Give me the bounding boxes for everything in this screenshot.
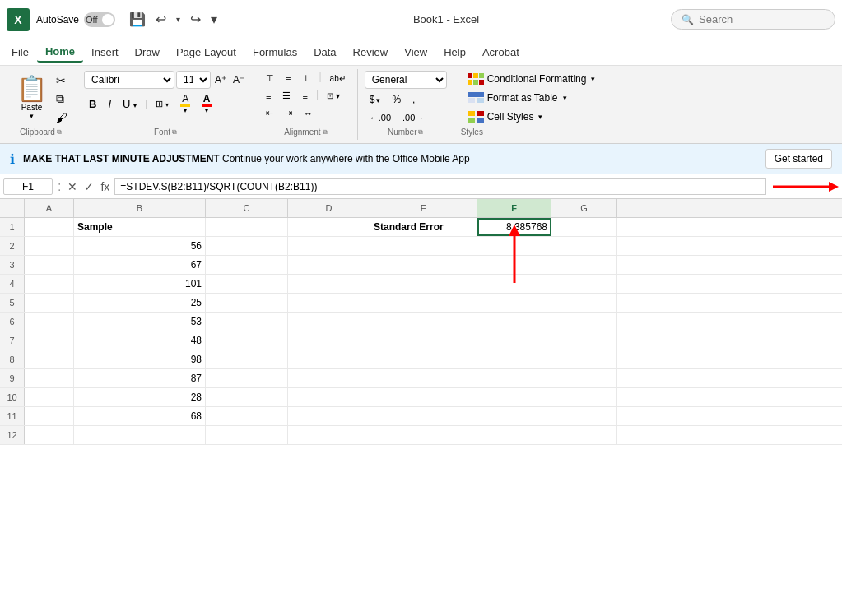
font-color-button[interactable]: A ▾: [197, 90, 216, 117]
cell-c3[interactable]: [206, 256, 288, 274]
cell-d10[interactable]: [288, 388, 370, 406]
cell-f7[interactable]: [477, 331, 551, 350]
menu-formulas[interactable]: Formulas: [244, 43, 305, 62]
menu-review[interactable]: Review: [345, 43, 397, 62]
cell-a6[interactable]: [25, 313, 74, 331]
cell-g2[interactable]: [551, 237, 617, 255]
cancel-formula-icon[interactable]: ✕: [66, 178, 79, 195]
paste-dropdown-icon[interactable]: ▾: [30, 112, 34, 120]
bold-button[interactable]: B: [84, 95, 101, 113]
cut-icon[interactable]: ✂: [53, 72, 70, 89]
cell-d6[interactable]: [288, 313, 370, 331]
row-num-11[interactable]: 11: [0, 407, 25, 425]
align-middle-button[interactable]: ≡: [281, 71, 295, 86]
italic-button[interactable]: I: [103, 95, 116, 113]
cell-c6[interactable]: [206, 313, 288, 331]
cell-b4[interactable]: 101: [74, 275, 206, 293]
underline-button[interactable]: U ▾: [118, 95, 142, 113]
copy-icon[interactable]: ⧉: [53, 90, 70, 108]
row-num-9[interactable]: 9: [0, 369, 25, 387]
cell-b7[interactable]: 48: [74, 331, 206, 350]
cell-a11[interactable]: [25, 407, 74, 425]
col-header-c[interactable]: C: [206, 199, 288, 217]
menu-draw[interactable]: Draw: [127, 43, 168, 62]
cell-d7[interactable]: [288, 331, 370, 350]
cell-b10[interactable]: 28: [74, 388, 206, 406]
cell-g12[interactable]: [551, 426, 617, 444]
col-header-g[interactable]: G: [551, 199, 617, 217]
cell-e8[interactable]: [370, 350, 477, 368]
cell-e12[interactable]: [370, 426, 477, 444]
row-num-10[interactable]: 10: [0, 388, 25, 406]
confirm-formula-icon[interactable]: ✓: [82, 178, 95, 195]
menu-data[interactable]: Data: [305, 43, 344, 62]
cell-reference-box[interactable]: [3, 178, 53, 195]
cell-a9[interactable]: [25, 369, 74, 387]
cell-d4[interactable]: [288, 275, 370, 293]
cell-d8[interactable]: [288, 350, 370, 368]
cell-f3[interactable]: [477, 256, 551, 274]
decrease-indent-button[interactable]: ⇤: [261, 105, 278, 121]
cell-c2[interactable]: [206, 237, 288, 255]
row-num-1[interactable]: 1: [0, 218, 25, 236]
cell-e1[interactable]: Standard Error: [370, 218, 477, 236]
cell-c1[interactable]: [206, 218, 288, 236]
col-header-d[interactable]: D: [288, 199, 370, 217]
cell-c5[interactable]: [206, 294, 288, 312]
menu-file[interactable]: File: [3, 43, 37, 62]
cell-e2[interactable]: [370, 237, 477, 255]
cell-c8[interactable]: [206, 350, 288, 368]
font-face-select[interactable]: Calibri: [84, 71, 174, 89]
cell-styles-button[interactable]: Cell Styles ▾: [461, 109, 602, 125]
number-expand-icon[interactable]: ⧉: [418, 128, 423, 137]
cell-f6[interactable]: [477, 313, 551, 331]
more-commands-icon[interactable]: ▾: [207, 8, 221, 30]
font-expand-icon[interactable]: ⧉: [172, 128, 177, 137]
cell-c9[interactable]: [206, 369, 288, 387]
cell-g8[interactable]: [551, 350, 617, 368]
font-grow-button[interactable]: A⁺: [212, 72, 229, 87]
col-header-e[interactable]: E: [370, 199, 477, 217]
cell-c11[interactable]: [206, 407, 288, 425]
row-num-3[interactable]: 3: [0, 256, 25, 274]
cell-a2[interactable]: [25, 237, 74, 255]
redo-icon[interactable]: ↪: [186, 8, 205, 30]
cell-b2[interactable]: 56: [74, 237, 206, 255]
undo-dropdown-icon[interactable]: ▾: [172, 12, 184, 27]
cell-f4[interactable]: [477, 275, 551, 293]
cell-e10[interactable]: [370, 388, 477, 406]
undo-icon[interactable]: ↩: [151, 8, 170, 30]
align-left-button[interactable]: ≡: [261, 88, 276, 104]
cell-c12[interactable]: [206, 426, 288, 444]
cell-e4[interactable]: [370, 275, 477, 293]
cell-d1[interactable]: [288, 218, 370, 236]
cell-g4[interactable]: [551, 275, 617, 293]
align-center-button[interactable]: ☰: [277, 88, 295, 104]
col-header-b[interactable]: B: [74, 199, 206, 217]
border-button[interactable]: ⊞ ▾: [151, 96, 174, 112]
row-num-8[interactable]: 8: [0, 350, 25, 368]
cell-d12[interactable]: [288, 426, 370, 444]
cell-d5[interactable]: [288, 294, 370, 312]
menu-home[interactable]: Home: [37, 42, 83, 63]
cell-a7[interactable]: [25, 331, 74, 350]
conditional-formatting-button[interactable]: Conditional Formatting ▾: [461, 71, 602, 87]
cell-b1[interactable]: Sample: [74, 218, 206, 236]
col-header-a[interactable]: A: [25, 199, 74, 217]
comma-button[interactable]: ,: [407, 91, 420, 108]
cell-b5[interactable]: 25: [74, 294, 206, 312]
cell-a12[interactable]: [25, 426, 74, 444]
number-format-select[interactable]: General: [365, 71, 447, 89]
increase-decimal-button[interactable]: .00→: [398, 110, 429, 125]
cell-a3[interactable]: [25, 256, 74, 274]
search-box[interactable]: 🔍: [671, 9, 835, 30]
menu-acrobat[interactable]: Acrobat: [474, 43, 528, 62]
cell-a5[interactable]: [25, 294, 74, 312]
save-icon[interactable]: 💾: [125, 8, 150, 30]
cell-d11[interactable]: [288, 407, 370, 425]
cell-g11[interactable]: [551, 407, 617, 425]
cell-g10[interactable]: [551, 388, 617, 406]
cell-e7[interactable]: [370, 331, 477, 350]
cell-b8[interactable]: 98: [74, 350, 206, 368]
cell-e3[interactable]: [370, 256, 477, 274]
